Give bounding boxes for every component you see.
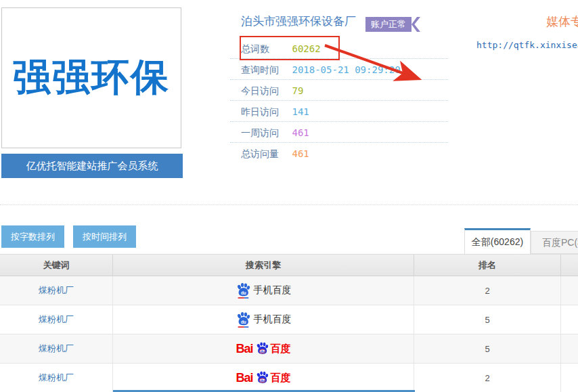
- rank-cell: 5: [414, 305, 561, 334]
- baidu-logo-cn: 百度: [271, 343, 291, 355]
- col-header-engine: 搜索引擎: [113, 255, 414, 276]
- baidu-logo-bai: Bai: [236, 342, 252, 356]
- keyword-cell[interactable]: 煤粉机厂: [0, 305, 113, 334]
- col-header-rank: 排名: [414, 255, 561, 276]
- stat-value: 461: [292, 127, 309, 138]
- tab-all[interactable]: 全部(60262): [464, 228, 531, 254]
- keyword-cell[interactable]: 煤粉机厂: [0, 276, 113, 305]
- page-title: 泊头市强强环保设备厂: [241, 14, 356, 29]
- col-header-keyword: 关键词: [0, 255, 113, 276]
- stat-value: 79: [292, 85, 303, 96]
- stat-value: 2018-05-21 09:29:20: [292, 64, 400, 75]
- extra-cell: [561, 334, 578, 364]
- extra-cell: [561, 364, 578, 392]
- engine-label: 手机百度: [254, 313, 292, 326]
- engine-label: 手机百度: [254, 284, 292, 297]
- media-section-link[interactable]: 媒体专: [546, 14, 578, 30]
- svg-text:du: du: [240, 320, 246, 324]
- stat-value: 141: [292, 106, 309, 117]
- stat-label: 总词数: [241, 39, 289, 60]
- keyword-rank-table: 关键词 搜索引擎 排名 煤粉机厂 du 手机百度 2: [0, 254, 578, 392]
- baidu-paw-icon: du: [236, 311, 250, 328]
- stat-label: 今日访问: [241, 81, 289, 102]
- stat-label: 总访问量: [241, 144, 289, 165]
- stat-query-time: 查询时间 2018-05-21 09:29:20: [230, 59, 448, 80]
- badge-ribbon-tail-icon: [412, 17, 420, 32]
- stats-list: 总词数 60262 查询时间 2018-05-21 09:29:20 今日访问 …: [230, 38, 448, 164]
- status-badge-label: 账户正常: [371, 19, 406, 29]
- stat-total-words: 总词数 60262: [230, 38, 448, 59]
- baidu-paw-icon: du: [236, 282, 250, 299]
- engine-cell: Bai du 百度: [113, 364, 414, 392]
- col-header-extra: [561, 255, 578, 276]
- stat-yesterday-visits: 昨日访问 141: [230, 101, 448, 122]
- baidu-logo-bai: Bai: [236, 371, 252, 385]
- extra-cell: [561, 305, 578, 334]
- engine-baidu-pc: Bai du 百度: [236, 341, 290, 356]
- stat-total-visits: 总访问量 461: [230, 143, 448, 164]
- stat-value: 60262: [292, 43, 320, 54]
- svg-text:du: du: [260, 378, 265, 383]
- stat-value: 461: [292, 148, 309, 159]
- member-system-banner: 亿优托智能建站推广会员系统: [1, 154, 183, 178]
- engine-baidu-pc: Bai du 百度: [236, 370, 290, 385]
- status-badge: 账户正常: [365, 17, 412, 32]
- member-dashboard-page: 强强环保 亿优托智能建站推广会员系统 泊头市强强环保设备厂 账户正常 总词数 6…: [0, 0, 578, 392]
- baidu-paw-icon: du: [255, 370, 269, 385]
- section-divider: [0, 204, 578, 205]
- keyword-cell[interactable]: 煤粉机厂: [0, 334, 113, 364]
- sort-by-wordcount-button[interactable]: 按字数排列: [1, 225, 64, 248]
- tab-baidu-pc[interactable]: 百度PC(30: [531, 231, 578, 254]
- baidu-logo-cn: 百度: [271, 372, 291, 385]
- engine-cell: du 手机百度: [113, 305, 414, 334]
- extra-cell: [561, 276, 578, 305]
- engine-mobile-baidu: du 手机百度: [236, 282, 292, 299]
- company-logo-text: 强强环保: [13, 52, 170, 104]
- rank-cell: 2: [414, 364, 561, 392]
- sort-by-time-button[interactable]: 按时间排列: [73, 225, 136, 248]
- stat-today-visits: 今日访问 79: [230, 80, 448, 101]
- rank-cell: 2: [414, 276, 561, 305]
- rank-cell: 5: [414, 334, 561, 364]
- engine-cell: Bai du 百度: [113, 334, 414, 364]
- company-logo: 强强环保: [1, 7, 181, 148]
- stat-label: 一周访问: [241, 123, 289, 144]
- stat-label: 昨日访问: [241, 102, 289, 123]
- engine-mobile-baidu: du 手机百度: [236, 311, 292, 328]
- keyword-cell[interactable]: 煤粉机厂: [0, 364, 113, 392]
- svg-text:du: du: [260, 349, 265, 353]
- stat-label: 查询时间: [241, 60, 289, 81]
- baidu-paw-icon: du: [255, 341, 269, 356]
- svg-text:du: du: [240, 290, 246, 295]
- stat-week-visits: 一周访问 461: [230, 122, 448, 143]
- site-url-link[interactable]: http://qtfk.xinxisea.: [476, 40, 578, 50]
- engine-cell: du 手机百度: [113, 276, 414, 305]
